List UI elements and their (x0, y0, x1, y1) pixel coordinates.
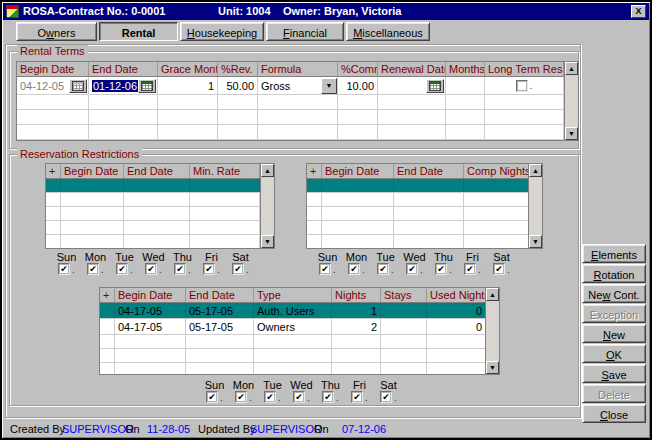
day-wed[interactable]: Wed✔. (400, 251, 429, 275)
new-contract-button[interactable]: New Cont. (582, 284, 646, 303)
checkbox-checked-icon[interactable]: ✔ (206, 391, 218, 403)
close-icon[interactable]: X (631, 5, 646, 18)
checkbox-checked-icon[interactable]: ✔ (319, 263, 331, 275)
pct-comm-cell[interactable]: 10.00 (338, 77, 378, 94)
scroll-track[interactable] (529, 177, 542, 235)
checkbox-checked-icon[interactable]: ✔ (380, 391, 392, 403)
day-sun[interactable]: Sun✔. (313, 251, 342, 275)
empty-row[interactable] (46, 235, 260, 248)
empty-row[interactable] (307, 221, 528, 235)
day-tue[interactable]: Tue✔. (110, 251, 139, 275)
selected-empty-row[interactable] (307, 179, 528, 193)
tab-miscellaneous[interactable]: Miscellaneous (346, 22, 430, 41)
checkbox-checked-icon[interactable]: ✔ (464, 263, 476, 275)
day-tue[interactable]: Tue✔. (371, 251, 400, 275)
day-sun[interactable]: Sun✔. (52, 251, 81, 275)
rental-terms-row[interactable]: 04-12-05 01-12-06 1 50.00 Gross▼ 10.00 . (17, 77, 564, 95)
day-fri[interactable]: Fri✔. (345, 379, 374, 403)
tab-owners[interactable]: Owners (16, 22, 97, 41)
day-sun[interactable]: Sun✔. (200, 379, 229, 403)
empty-row[interactable] (17, 95, 564, 110)
day-fri[interactable]: Fri✔. (458, 251, 487, 275)
stays-cell[interactable] (381, 319, 427, 334)
nights-cell[interactable]: 1 (332, 303, 381, 318)
empty-row[interactable] (17, 110, 564, 125)
calendar-button[interactable] (426, 79, 444, 93)
empty-row[interactable] (100, 335, 485, 349)
ok-button[interactable]: OK (582, 344, 646, 363)
day-mon[interactable]: Mon✔. (229, 379, 258, 403)
day-thu[interactable]: Thu✔. (316, 379, 345, 403)
scroll-down-icon[interactable]: ▼ (261, 235, 274, 248)
begin-date-cell[interactable]: 04-12-05 (17, 77, 89, 94)
scroll-up-icon[interactable]: ▲ (565, 62, 578, 75)
pct-rev-cell[interactable]: 50.00 (218, 77, 258, 94)
used-nights-cell[interactable]: 0 (427, 303, 485, 318)
empty-row[interactable] (17, 125, 564, 140)
tab-rental[interactable]: Rental (99, 22, 178, 41)
scroll-down-icon[interactable]: ▼ (565, 127, 578, 140)
calendar-button[interactable] (138, 79, 156, 93)
long-term-checkbox-unchecked[interactable] (516, 80, 528, 92)
table-row-selected[interactable]: 04-17-05 05-17-05 Auth. Users 1 0 (100, 303, 485, 319)
checkbox-checked-icon[interactable]: ✔ (264, 391, 276, 403)
scroll-up-icon[interactable]: ▲ (529, 164, 542, 177)
save-button[interactable]: Save (582, 364, 646, 383)
used-nights-cell[interactable]: 0 (427, 319, 485, 334)
checkbox-checked-icon[interactable]: ✔ (493, 263, 505, 275)
checkbox-checked-icon[interactable]: ✔ (232, 263, 244, 275)
empty-row[interactable] (307, 193, 528, 207)
checkbox-checked-icon[interactable]: ✔ (145, 263, 157, 275)
empty-row[interactable] (46, 221, 260, 235)
dropdown-icon[interactable]: ▼ (321, 78, 337, 94)
tab-housekeeping[interactable]: Housekeeping (180, 22, 264, 41)
day-sat[interactable]: Sat✔. (374, 379, 403, 403)
table-row[interactable]: 04-17-05 05-17-05 Owners 2 0 (100, 319, 485, 335)
empty-row[interactable] (46, 193, 260, 207)
rotation-button[interactable]: Rotation (582, 264, 646, 283)
scroll-track[interactable] (261, 177, 274, 235)
scroll-down-icon[interactable]: ▼ (529, 235, 542, 248)
day-thu[interactable]: Thu✔. (168, 251, 197, 275)
empty-row[interactable] (307, 207, 528, 221)
day-sat[interactable]: Sat✔. (226, 251, 255, 275)
close-button[interactable]: Close (582, 404, 646, 423)
checkbox-checked-icon[interactable]: ✔ (322, 391, 334, 403)
empty-row[interactable] (307, 235, 528, 248)
selected-empty-row[interactable] (46, 179, 260, 193)
checkbox-checked-icon[interactable]: ✔ (203, 263, 215, 275)
type-cell[interactable]: Owners (254, 319, 332, 334)
day-mon[interactable]: Mon✔. (81, 251, 110, 275)
new-button[interactable]: New (582, 324, 646, 343)
type-cell[interactable]: Auth. Users (254, 303, 332, 318)
day-tue[interactable]: Tue✔. (258, 379, 287, 403)
vertical-scrollbar[interactable]: ▲▼ (485, 288, 499, 374)
vertical-scrollbar[interactable]: ▲▼ (528, 164, 542, 248)
empty-row[interactable] (100, 363, 485, 374)
empty-row[interactable] (100, 349, 485, 363)
title-bar[interactable]: ROSA-Contract No.: 0-0001 Unit: 1004 Own… (3, 3, 649, 20)
scroll-up-icon[interactable]: ▲ (261, 164, 274, 177)
grace-months-cell[interactable]: 1 (158, 77, 218, 94)
end-date-cell[interactable]: 01-12-06 (89, 77, 158, 94)
checkbox-checked-icon[interactable]: ✔ (293, 391, 305, 403)
day-mon[interactable]: Mon✔. (342, 251, 371, 275)
checkbox-checked-icon[interactable]: ✔ (235, 391, 247, 403)
begin-date-cell[interactable]: 04-17-05 (115, 303, 186, 318)
scroll-track[interactable] (486, 301, 499, 361)
empty-row[interactable] (46, 207, 260, 221)
end-date-cell[interactable]: 05-17-05 (186, 303, 254, 318)
checkbox-checked-icon[interactable]: ✔ (174, 263, 186, 275)
tab-financial[interactable]: Financial (266, 22, 344, 41)
checkbox-checked-icon[interactable]: ✔ (87, 263, 99, 275)
begin-date-cell[interactable]: 04-17-05 (115, 319, 186, 334)
elements-button[interactable]: Elements (582, 244, 646, 263)
vertical-scrollbar[interactable]: ▲▼ (564, 62, 578, 140)
scroll-down-icon[interactable]: ▼ (486, 361, 499, 374)
end-date-cell[interactable]: 05-17-05 (186, 319, 254, 334)
long-term-res-cell[interactable]: . (485, 77, 564, 94)
checkbox-checked-icon[interactable]: ✔ (406, 263, 418, 275)
checkbox-checked-icon[interactable]: ✔ (435, 263, 447, 275)
checkbox-checked-icon[interactable]: ✔ (377, 263, 389, 275)
checkbox-checked-icon[interactable]: ✔ (58, 263, 70, 275)
